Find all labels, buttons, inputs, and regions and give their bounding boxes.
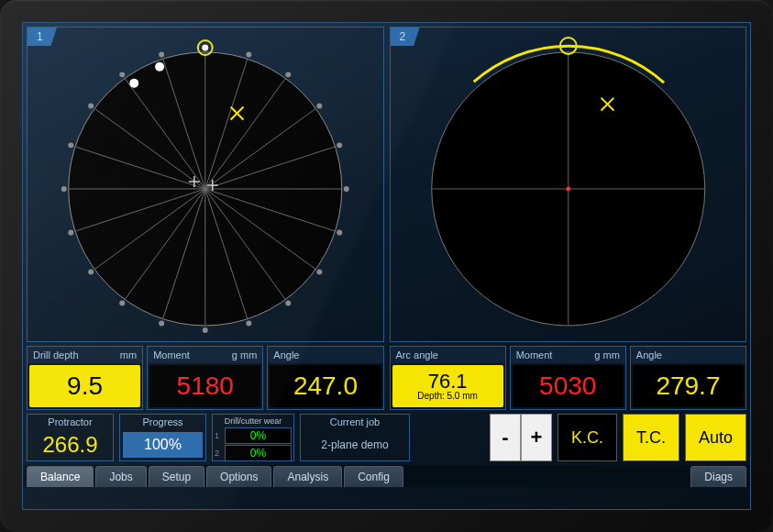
svg-point-22 (159, 320, 164, 326)
svg-point-30 (159, 52, 164, 58)
minus-button[interactable]: - (490, 414, 521, 461)
tab-analysis[interactable]: Analysis (273, 466, 342, 487)
svg-point-23 (119, 301, 125, 306)
readout-value: 5180 (149, 365, 260, 407)
readouts-row: Drill depthmm 9.5 Momentg mm 5180 Angle … (23, 346, 750, 410)
svg-point-13 (285, 72, 291, 77)
readout-drill-depth[interactable]: Drill depthmm 9.5 (27, 346, 143, 410)
readouts-right: Arc angle 76.1 Depth: 5.0 mm Momentg mm … (390, 346, 747, 410)
tab-bar: Balance Jobs Setup Options Analysis Conf… (23, 465, 750, 487)
dial-panels: 1 (23, 23, 750, 346)
svg-point-27 (68, 142, 73, 148)
readout-unit: g mm (594, 349, 620, 360)
svg-point-17 (337, 230, 342, 236)
svg-point-16 (344, 186, 349, 192)
svg-point-31 (202, 44, 208, 50)
tab-setup[interactable]: Setup (149, 466, 204, 487)
readout-angle-1[interactable]: Angle 247.0 (267, 346, 383, 410)
wear-value-2: 0% (225, 445, 292, 461)
status-row: Protractor 266.9 Progress 100% Drill/cut… (23, 410, 750, 465)
svg-point-14 (316, 103, 322, 108)
job-box[interactable]: Current job 2-plane demo (300, 414, 410, 461)
tab-diags[interactable]: Diags (690, 466, 746, 487)
readout-value: 76.1 Depth: 5.0 mm (392, 365, 503, 407)
readout-unit: g mm (232, 349, 258, 360)
svg-point-15 (337, 142, 342, 148)
progress-value: 100% (123, 432, 203, 458)
tab-options[interactable]: Options (206, 466, 271, 487)
readout-moment-1[interactable]: Momentg mm 5180 (147, 346, 263, 410)
svg-point-29 (119, 72, 125, 77)
readout-unit: mm (120, 349, 137, 360)
dial-2[interactable] (391, 28, 746, 341)
readout-value: 279.7 (633, 365, 744, 407)
tab-balance[interactable]: Balance (27, 466, 94, 487)
readout-moment-2[interactable]: Momentg mm 5030 (510, 346, 626, 410)
svg-point-12 (246, 52, 251, 58)
marker-dot-icon (129, 79, 138, 88)
arc-depth-sub: Depth: 5.0 mm (417, 392, 478, 402)
panel-2: 2 (390, 27, 747, 342)
tc-button[interactable]: T.C. (623, 414, 679, 461)
wear-label: Drill/cutter wear (215, 415, 292, 427)
tab-config[interactable]: Config (344, 466, 403, 487)
progress-box[interactable]: Progress 100% (119, 414, 206, 461)
readout-angle-2[interactable]: Angle 279.7 (630, 346, 746, 410)
svg-point-26 (61, 186, 67, 192)
device-frame: 1 (0, 0, 773, 532)
plus-minus-group: - + (490, 414, 552, 461)
kc-button[interactable]: K.C. (558, 414, 617, 461)
protractor-label: Protractor (28, 415, 113, 429)
readout-label: Angle (636, 349, 662, 360)
job-label: Current job (301, 415, 409, 429)
marker-dot-icon (155, 62, 164, 72)
readout-value: 247.0 (270, 365, 381, 407)
screen: 1 (22, 22, 751, 510)
panel-1: 1 (27, 27, 384, 342)
svg-point-21 (203, 327, 208, 333)
svg-point-19 (285, 301, 291, 306)
wear-value-1: 0% (225, 427, 292, 444)
svg-point-20 (246, 320, 251, 326)
svg-point-24 (88, 270, 94, 275)
readout-label: Moment (516, 349, 553, 360)
readout-label: Arc angle (396, 349, 438, 360)
svg-point-28 (88, 103, 94, 108)
protractor-value: 266.9 (28, 429, 113, 460)
center-dot-icon (566, 186, 570, 191)
readout-value: 5030 (513, 365, 624, 407)
readout-value: 9.5 (29, 365, 140, 407)
plus-button[interactable]: + (521, 414, 552, 461)
tab-jobs[interactable]: Jobs (95, 466, 146, 487)
protractor-box[interactable]: Protractor 266.9 (27, 414, 114, 461)
progress-label: Progress (120, 415, 205, 429)
svg-point-25 (68, 230, 73, 236)
readout-label: Angle (273, 349, 299, 360)
job-value: 2-plane demo (301, 429, 409, 460)
readout-label: Drill depth (33, 349, 79, 360)
wear-row-2: 20% (215, 445, 292, 461)
wear-row-1: 10% (215, 427, 292, 444)
wear-box[interactable]: Drill/cutter wear 10% 20% (212, 414, 294, 461)
readouts-left: Drill depthmm 9.5 Momentg mm 5180 Angle … (27, 346, 384, 410)
auto-button[interactable]: Auto (685, 414, 746, 461)
readout-label: Moment (153, 349, 190, 360)
dial-1[interactable] (28, 28, 383, 341)
svg-point-18 (316, 270, 322, 275)
readout-arc-angle[interactable]: Arc angle 76.1 Depth: 5.0 mm (390, 346, 506, 410)
